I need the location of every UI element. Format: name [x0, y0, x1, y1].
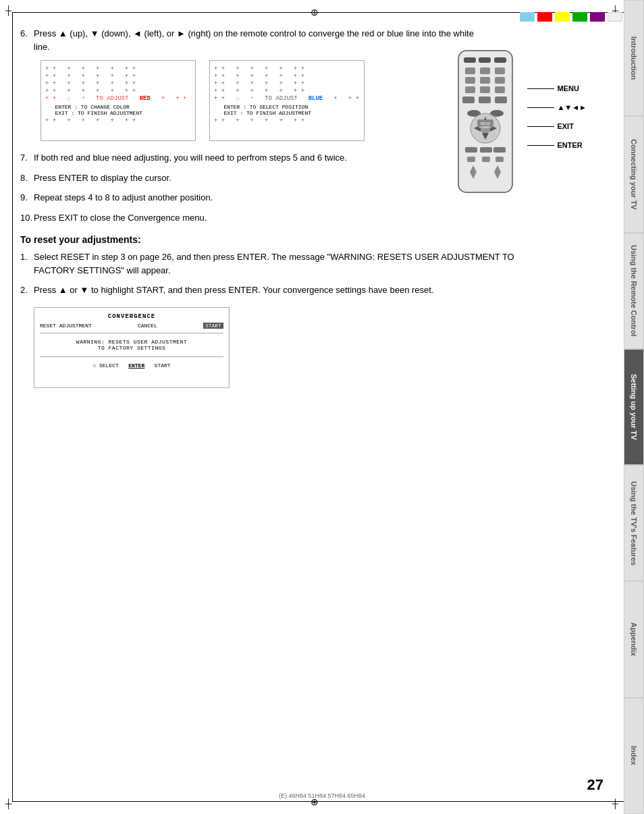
step-7-number: 7. [20, 151, 28, 165]
screen-red-instructions: ENTER : TO CHANGE COLOR EXIT : TO FINISH… [45, 104, 191, 116]
convergence-screen: CONVERGENCE RESET ADJUSTMENT CANCEL STAR… [34, 307, 230, 388]
sidebar-tab-connecting[interactable]: Connecting your TV [624, 116, 644, 232]
conv-reset-item: RESET ADJUSTMENT [40, 323, 92, 329]
svg-rect-11 [480, 86, 490, 93]
step-10: 10. Press EXIT to close the Convergence … [20, 211, 617, 225]
grid-row-blue: + +☉+TO ADJUSTBLUE++ + [214, 95, 360, 103]
page-border-left [12, 12, 13, 802]
grid-row-red: + +☉+TO ADJUSTRED++ + [45, 95, 191, 103]
step-10-text: Press EXIT to close the Convergence menu… [34, 213, 207, 223]
sidebar-tab-features[interactable]: Using the TV's Features [624, 465, 644, 581]
sidebar-label-setting-up: Setting up your TV [630, 374, 638, 440]
svg-rect-7 [465, 77, 475, 84]
sidebar-tab-setting-up[interactable]: Setting up your TV [624, 349, 644, 465]
svg-text:SIGNMENU: SIGNMENU [478, 126, 493, 129]
conv-enter-label: ENTER [128, 362, 144, 369]
conv-start-item: START [203, 323, 223, 329]
step-10-number: 10. [20, 211, 32, 225]
conv-menu-row: RESET ADJUSTMENT CANCEL START [40, 323, 223, 329]
conv-bottom: ☉ SELECT ENTER START [40, 362, 223, 369]
svg-rect-8 [480, 77, 490, 84]
grid-row-bottom-blue: + ++++++ + [214, 117, 360, 124]
step-7: 7. If both red and blue need adjusting, … [20, 151, 617, 165]
main-content: 6. Press ▲ (up), ▼ (down), ◄ (left), or … [20, 27, 617, 794]
reset-step-2: 2. Press ▲ or ▼ to highlight START, and … [20, 283, 617, 297]
conv-warning: WARNING: RESETS USER ADJUSTMENTTO FACTOR… [40, 339, 223, 351]
screen-blue-instructions: ENTER : TO SELECT POSITION EXIT : TO FIN… [214, 104, 360, 116]
reset-step-2-text: Press ▲ or ▼ to highlight START, and the… [34, 285, 434, 295]
step-8: 8. Press ENTER to display the cursor. [20, 171, 617, 185]
reset-title: To reset your adjustments: [20, 234, 617, 245]
remote-label-menu: MENU ▲▼◄► EXIT ENTER [527, 84, 587, 149]
step-6-number: 6. [20, 27, 28, 40]
reset-step-1-number: 1. [20, 250, 28, 264]
step-8-text: Press ENTER to display the cursor. [34, 173, 171, 183]
svg-rect-10 [465, 86, 475, 93]
corner-mark-bl: ┼ [5, 798, 11, 809]
color-white [608, 12, 622, 22]
svg-rect-2 [479, 57, 491, 63]
color-purple [590, 12, 605, 22]
sidebar-tab-index[interactable]: Index [624, 698, 644, 814]
svg-rect-13 [462, 97, 475, 103]
reset-step-2-number: 2. [20, 283, 28, 297]
grid-row-b4: + ++++++ + [214, 88, 360, 94]
svg-rect-9 [495, 77, 505, 84]
sidebar-label-index: Index [630, 746, 638, 765]
grid-row-4: + ++++++ + [45, 88, 191, 94]
footer-text: (E) 46H84 51H84 57H84 65H84 [279, 792, 365, 799]
svg-rect-6 [495, 67, 505, 74]
svg-rect-15 [495, 97, 507, 103]
color-green [572, 12, 587, 22]
color-bar [520, 12, 622, 22]
grid-row-b3: + ++++++ + [214, 80, 360, 87]
sidebar-tab-remote[interactable]: Using the Remote Control [624, 233, 644, 349]
sidebar-tab-appendix[interactable]: Appendix [624, 581, 644, 697]
sidebar-label-appendix: Appendix [630, 622, 638, 656]
step-6-text: Press ▲ (up), ▼ (down), ◄ (left), or ► (… [34, 28, 474, 52]
color-yellow [555, 12, 570, 22]
step-8-number: 8. [20, 171, 28, 185]
grid-row-3: + ++++++ + [45, 80, 191, 87]
screen-blue: + ++++++ + + ++++++ + + ++++++ + + +++++… [209, 60, 365, 141]
svg-rect-3 [494, 57, 506, 63]
svg-rect-1 [464, 57, 476, 63]
grid-row-1: + ++++++ + [45, 65, 191, 72]
reset-step-1: 1. Select RESET in step 3 on page 26, an… [20, 250, 617, 277]
step-9-number: 9. [20, 191, 28, 205]
color-red [537, 12, 552, 22]
conv-cancel-item: CANCEL [138, 323, 157, 329]
reset-step-1-text: Select RESET in step 3 on page 26, and t… [34, 252, 514, 275]
grid-row-b2: + ++++++ + [214, 73, 360, 80]
grid-row-2: + ++++++ + [45, 73, 191, 80]
sidebar-label-features: Using the TV's Features [630, 481, 638, 566]
sidebar-label-connecting: Connecting your TV [630, 139, 638, 210]
svg-rect-14 [479, 97, 491, 103]
conv-title: CONVERGENCE [40, 313, 223, 320]
sidebar-label-remote: Using the Remote Control [630, 245, 638, 337]
reset-section: To reset your adjustments: 1. Select RES… [20, 234, 617, 388]
sidebar-tab-introduction[interactable]: Introduction [624, 0, 644, 116]
grid-row-bottom-red: + ++++++ + [45, 117, 191, 124]
color-blue [520, 12, 535, 22]
page-number: 27 [587, 776, 603, 794]
page-border-bottom [12, 801, 632, 802]
grid-row-b1: + ++++++ + [214, 65, 360, 72]
corner-mark-tl: ┼ [5, 5, 11, 16]
svg-rect-5 [480, 67, 490, 74]
sidebar-label-introduction: Introduction [630, 36, 638, 80]
screen-red: + ++++++ + + ++++++ + + ++++++ + + +++++… [41, 60, 196, 141]
sidebar: Introduction Connecting your TV Using th… [624, 0, 644, 814]
corner-mark-br: ┼ [612, 798, 618, 809]
target-top: ⊕ [311, 7, 319, 18]
svg-rect-4 [465, 67, 475, 74]
step-9: 9. Repeat steps 4 to 8 to adjust another… [20, 191, 617, 205]
step-7-text: If both red and blue need adjusting, you… [34, 153, 347, 163]
svg-rect-12 [495, 86, 505, 93]
step-9-text: Repeat steps 4 to 8 to adjust another po… [34, 192, 213, 202]
